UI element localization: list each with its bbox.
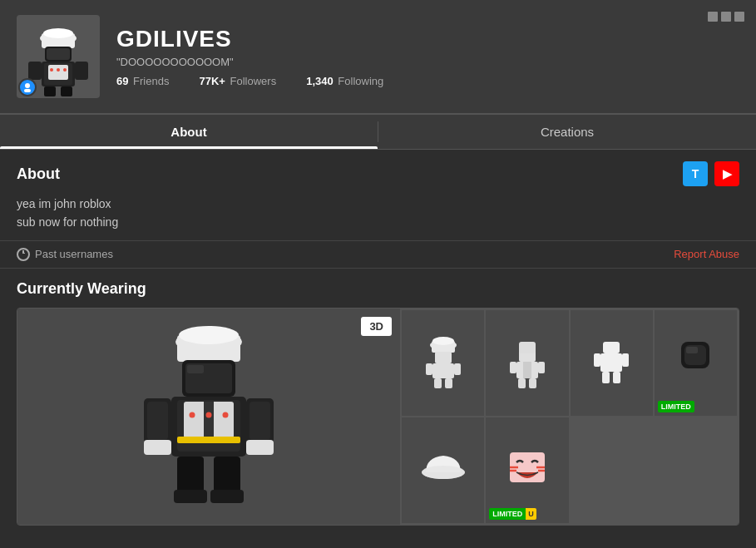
wearing-section: Currently Wearing 3D [0, 269, 756, 537]
svg-point-15 [25, 83, 30, 88]
svg-rect-45 [432, 363, 454, 378]
profile-status: "DOOOOOOOOOOOM" [116, 56, 739, 68]
window-controls [708, 12, 744, 22]
item-thumb-5 [414, 441, 472, 499]
item-cell-5[interactable] [402, 417, 484, 523]
followers-count: 77K+ [199, 75, 225, 87]
minimize-button[interactable] [708, 12, 718, 22]
social-icons: T ▶ [683, 161, 739, 186]
item-cell-2[interactable] [486, 310, 568, 416]
item-cell-1[interactable] [402, 310, 484, 416]
svg-rect-60 [594, 353, 600, 367]
svg-rect-54 [538, 362, 545, 373]
svg-rect-32 [147, 402, 168, 440]
about-header: About T ▶ [17, 161, 739, 186]
main-content: About T ▶ yea im john roblox sub now for… [0, 150, 756, 537]
svg-rect-13 [44, 86, 56, 96]
tab-about[interactable]: About [0, 115, 378, 149]
youtube-button[interactable]: ▶ [714, 161, 739, 186]
about-section: About T ▶ yea im john roblox sub now for… [0, 150, 756, 241]
svg-rect-35 [144, 440, 171, 455]
past-usernames-link[interactable]: Past usernames [17, 248, 113, 261]
svg-rect-63 [613, 372, 620, 383]
svg-rect-39 [174, 490, 207, 503]
profile-info: GDILIVES "DOOOOOOOOOOOM" 69 Friends 77K+… [116, 26, 739, 87]
maximize-button[interactable] [721, 12, 731, 22]
avatar-3d-view: 3D [17, 309, 400, 525]
bio-line-2: sub now for nothing [17, 213, 739, 231]
svg-rect-4 [47, 48, 70, 60]
report-abuse-link[interactable]: Report Abuse [674, 248, 739, 260]
svg-rect-22 [187, 365, 204, 373]
item-thumb-4 [666, 333, 724, 392]
svg-rect-48 [434, 378, 442, 388]
svg-rect-44 [435, 352, 452, 363]
close-button[interactable] [734, 12, 744, 22]
item-thumb-3 [582, 333, 640, 392]
avatar-wrapper [17, 15, 100, 98]
svg-rect-40 [210, 490, 244, 503]
profile-header: GDILIVES "DOOOOOOOOOOOM" 69 Friends 77K+… [0, 0, 756, 115]
clock-icon [17, 248, 30, 261]
svg-rect-34 [250, 402, 270, 440]
item-cell-6[interactable]: LIMITED U [486, 417, 568, 523]
svg-point-29 [206, 412, 212, 417]
item-thumb-1 [414, 333, 472, 392]
badge-icon [22, 82, 32, 92]
past-usernames-label: Past usernames [35, 248, 113, 260]
following-label: Following [338, 75, 383, 87]
svg-rect-11 [28, 62, 42, 80]
limited-u-badge-6: LIMITED U [489, 508, 536, 520]
past-usernames-row: Past usernames Report Abuse [0, 241, 756, 269]
item-thumb-2 [498, 333, 556, 392]
wearing-content: 3D [17, 308, 739, 526]
svg-rect-46 [426, 363, 432, 375]
btn-3d[interactable]: 3D [361, 317, 392, 336]
followers-label: Followers [230, 75, 277, 87]
u-icon: U [526, 508, 536, 520]
following-stat: 1,340 Following [306, 75, 383, 87]
svg-point-30 [223, 412, 229, 417]
following-count: 1,340 [306, 75, 334, 87]
svg-rect-53 [510, 362, 516, 373]
svg-rect-59 [600, 353, 622, 372]
svg-point-10 [63, 68, 67, 72]
svg-point-43 [432, 337, 454, 345]
svg-rect-62 [602, 372, 610, 383]
svg-point-8 [50, 68, 53, 72]
avatar-3d-character [126, 325, 292, 508]
svg-point-28 [190, 412, 195, 417]
svg-rect-61 [622, 353, 629, 367]
items-grid: LIMITED [400, 309, 739, 525]
tabs-bar: About Creations [0, 115, 756, 150]
svg-rect-66 [686, 347, 698, 353]
followers-stat: 77K+ Followers [199, 75, 276, 87]
svg-rect-47 [454, 363, 461, 375]
about-bio: yea im john roblox sub now for nothing [17, 195, 739, 232]
svg-point-19 [179, 326, 239, 344]
svg-rect-14 [61, 86, 72, 96]
about-title: About [17, 165, 60, 183]
limited-label: LIMITED [489, 508, 526, 520]
svg-rect-27 [177, 437, 240, 443]
profile-stats: 69 Friends 77K+ Followers 1,340 Followin… [116, 75, 739, 87]
svg-rect-49 [445, 378, 452, 388]
svg-point-68 [422, 466, 465, 479]
friends-stat: 69 Friends [116, 75, 169, 87]
svg-point-2 [43, 28, 73, 38]
limited-badge-4: LIMITED [658, 401, 694, 412]
svg-rect-26 [204, 402, 214, 438]
bio-line-1: yea im john roblox [17, 195, 739, 213]
tab-creations[interactable]: Creations [378, 115, 756, 149]
friends-count: 69 [116, 75, 128, 87]
svg-rect-52 [523, 362, 531, 378]
friends-label: Friends [133, 75, 169, 87]
svg-rect-12 [75, 62, 88, 80]
twitter-button[interactable]: T [683, 161, 708, 186]
profile-username: GDILIVES [116, 26, 739, 52]
svg-rect-36 [246, 440, 274, 455]
item-cell-4[interactable]: LIMITED [655, 310, 737, 416]
item-cell-3[interactable] [571, 310, 653, 416]
wearing-title: Currently Wearing [17, 280, 739, 298]
svg-rect-56 [529, 378, 536, 388]
